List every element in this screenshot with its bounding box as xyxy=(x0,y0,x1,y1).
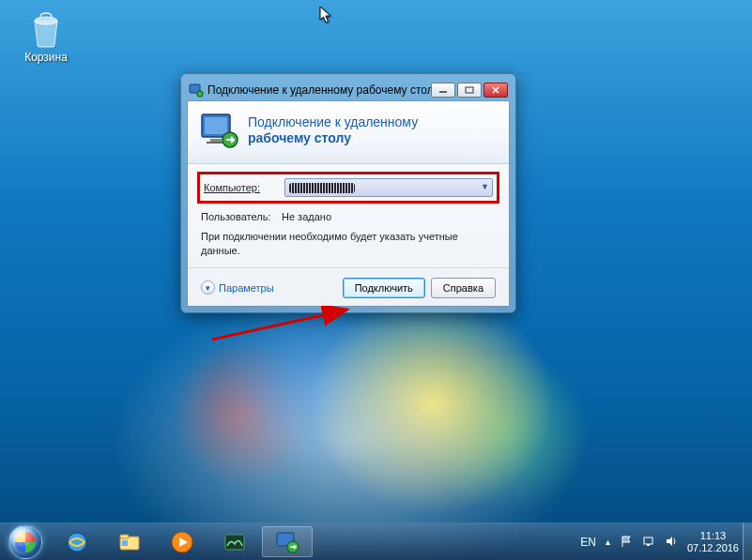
taskbar-app1[interactable] xyxy=(209,526,260,557)
rdp-banner-icon xyxy=(199,111,238,150)
help-button[interactable]: Справка xyxy=(431,278,496,298)
svg-rect-8 xyxy=(205,117,227,134)
app-icon xyxy=(189,83,204,98)
titlebar[interactable]: Подключение к удаленному рабочему столу xyxy=(187,80,510,100)
svg-rect-16 xyxy=(122,540,128,546)
computer-label: Компьютер: xyxy=(204,182,277,193)
connect-button[interactable]: Подключить xyxy=(343,278,425,298)
user-label: Пользователь: xyxy=(201,211,274,222)
start-button[interactable] xyxy=(0,523,51,560)
svg-rect-4 xyxy=(466,87,473,93)
recycle-bin-label: Корзина xyxy=(15,51,77,64)
mouse-cursor-icon xyxy=(319,6,332,24)
clock-time: 11:13 xyxy=(687,530,739,542)
minimize-button[interactable] xyxy=(431,83,455,98)
volume-icon[interactable] xyxy=(665,535,678,550)
options-toggle[interactable]: ▾ Параметры xyxy=(201,280,337,295)
taskbar-explorer[interactable] xyxy=(104,526,155,557)
recycle-bin-icon xyxy=(25,8,67,49)
credentials-note: При подключении необходимо будет указать… xyxy=(201,230,496,258)
redacted-value xyxy=(289,183,355,193)
taskbar-rdp[interactable] xyxy=(262,526,313,557)
banner-line2: рабочему столу xyxy=(248,130,418,146)
action-flag-icon[interactable] xyxy=(620,535,633,550)
banner: Подключение к удаленному рабочему столу xyxy=(188,101,509,164)
svg-rect-21 xyxy=(644,537,652,544)
taskbar-media-player[interactable] xyxy=(157,526,207,557)
close-button[interactable] xyxy=(483,83,508,98)
svg-rect-9 xyxy=(210,139,222,142)
taskbar-ie[interactable] xyxy=(52,526,102,557)
svg-rect-22 xyxy=(647,544,650,546)
svg-point-2 xyxy=(197,91,203,97)
recycle-bin[interactable]: Корзина xyxy=(15,8,77,64)
svg-rect-15 xyxy=(120,535,129,538)
windows-orb-icon xyxy=(8,525,42,559)
user-value: Не задано xyxy=(282,211,331,222)
clock-date: 07.12.2016 xyxy=(687,542,739,554)
options-label: Параметры xyxy=(219,282,274,294)
chevron-down-icon: ▾ xyxy=(201,280,215,295)
show-desktop-button[interactable] xyxy=(743,523,752,560)
svg-rect-18 xyxy=(225,535,244,550)
divider xyxy=(188,267,509,268)
network-icon[interactable] xyxy=(642,535,655,550)
computer-row-highlight: Компьютер: ▼ xyxy=(197,172,499,204)
system-tray: EN ▴ 11:13 07.12.2016 xyxy=(571,523,743,560)
language-indicator[interactable]: EN xyxy=(580,536,596,549)
rdp-window: Подключение к удаленному рабочему столу … xyxy=(180,73,516,313)
taskbar: EN ▴ 11:13 07.12.2016 xyxy=(0,522,752,560)
computer-combobox[interactable]: ▼ xyxy=(284,178,493,197)
tray-overflow-icon[interactable]: ▴ xyxy=(606,537,610,547)
maximize-button[interactable] xyxy=(457,83,482,98)
chevron-down-icon: ▼ xyxy=(481,182,489,191)
svg-point-0 xyxy=(35,17,57,24)
clock[interactable]: 11:13 07.12.2016 xyxy=(687,530,739,553)
banner-line1: Подключение к удаленному xyxy=(248,114,418,130)
window-title: Подключение к удаленному рабочему столу xyxy=(207,83,431,97)
